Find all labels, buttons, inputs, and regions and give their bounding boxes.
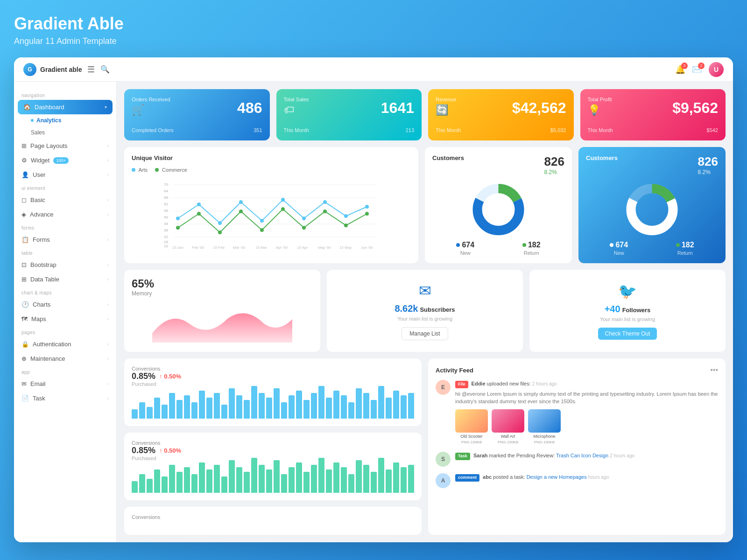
bottom-row: Conversions 0.85% ↑ 0.50% Purchased Conv… <box>124 358 726 535</box>
memory-wave-chart <box>132 301 313 343</box>
activity-link-2[interactable]: Trash Can Icon Design <box>556 453 608 458</box>
sidebar-item-advance[interactable]: ◈ Advance › <box>14 207 116 222</box>
bar-item <box>333 391 339 419</box>
svg-text:34: 34 <box>164 222 168 226</box>
svg-text:52: 52 <box>164 202 168 206</box>
app-section-label: app <box>14 366 116 377</box>
conversions-extra-card: Conversions <box>124 507 422 535</box>
hero-header: Gradient Able Angular 11 Admin Template <box>14 14 733 46</box>
svg-text:10: 10 <box>164 244 168 248</box>
img-size-1: PNG-100KB <box>455 440 488 445</box>
revenue-footer: This Month $5,032 <box>436 127 566 133</box>
sidebar-item-maintenance[interactable]: ⊕ Maintenance › <box>14 351 116 366</box>
conversions-teal-card: Conversions 0.85% ↑ 0.50% Purchased <box>124 433 422 500</box>
sidebar-item-basic[interactable]: ◻ Basic › <box>14 193 116 207</box>
bar-item <box>176 400 183 419</box>
logo-text: Gradient able <box>40 66 82 73</box>
activity-user-3: abc <box>483 474 492 480</box>
sidebar-item-charts[interactable]: 🕐 Charts › <box>14 297 116 312</box>
sidebar-item-widget[interactable]: ⚙ Widget 100+ › <box>14 153 116 168</box>
twitter-count: +40 <box>605 304 620 315</box>
revenue-card: Revenue 🔄 $42,562 This Month $5,032 <box>428 89 574 140</box>
bar-item <box>154 398 160 419</box>
sidebar-item-maps[interactable]: 🗺 Maps › <box>14 312 116 326</box>
user-icon: 👤 <box>21 171 29 178</box>
bar-item <box>371 400 377 419</box>
orders-icon: 🛒 <box>132 104 262 116</box>
topbar-actions: 🔔 3 ✉️ 2 U <box>675 62 724 77</box>
bar-item <box>191 402 197 419</box>
activity-action-3: posted a task: <box>493 474 527 480</box>
svg-text:64: 64 <box>164 189 168 193</box>
line-chart: 70 64 58 52 46 40 34 28 22 16 10 <box>132 176 411 251</box>
bar-item <box>363 393 369 419</box>
sidebar-item-forms[interactable]: 📋 Forms › <box>14 232 116 247</box>
sidebar-sub-sales[interactable]: Sales <box>14 126 116 139</box>
bar-item <box>251 386 257 419</box>
sidebar-item-user[interactable]: 👤 User › <box>14 168 116 182</box>
customers-blue-count: 826 <box>698 154 718 169</box>
bar-item <box>348 402 354 419</box>
sidebar-item-task[interactable]: 📄 Task › <box>14 391 116 406</box>
svg-point-25 <box>365 205 369 209</box>
customers-blue-donut <box>586 179 718 235</box>
profit-icon: 💡 <box>588 104 719 116</box>
activity-link-3[interactable]: Design a new Homepages <box>527 474 587 480</box>
conv-blue-title: Conversions <box>132 366 414 371</box>
bar-item <box>169 393 175 419</box>
menu-icon[interactable]: ☰ <box>87 64 95 75</box>
blue-new-label: New <box>614 250 624 256</box>
activity-more-button[interactable]: ••• <box>710 366 718 374</box>
check-theme-button[interactable]: Check Theme Out <box>598 328 656 340</box>
commerce-label: Commerce <box>162 167 187 173</box>
hero-title: Gradient Able <box>14 14 733 34</box>
profit-card: Total Profit 💡 $9,562 This Month $542 <box>580 89 726 140</box>
blue-return-label: Return <box>677 250 693 256</box>
activity-tag-file: File <box>455 381 468 388</box>
profit-footer: This Month $542 <box>588 127 719 133</box>
sales-label: Sales <box>31 129 45 136</box>
return-label: Return <box>524 250 539 256</box>
bar-item <box>363 465 369 493</box>
email-arrow: › <box>107 381 109 386</box>
bar-item <box>206 398 212 419</box>
svg-text:Jun '00: Jun '00 <box>361 245 373 250</box>
activity-feed-header: Activity Feed ••• <box>436 366 718 374</box>
mail-button[interactable]: ✉️ 2 <box>692 64 702 75</box>
twitter-label: Followers <box>622 307 651 314</box>
conv-blue-bar-chart <box>132 391 414 419</box>
sidebar-item-authentication[interactable]: 🔒 Authentication › <box>14 337 116 351</box>
sidebar-item-page-layouts[interactable]: ⊞ Page Layouts › <box>14 139 116 153</box>
maintenance-arrow: › <box>107 356 109 361</box>
bar-item <box>139 402 145 419</box>
img-microphone <box>528 409 561 433</box>
bar-item <box>259 465 265 493</box>
sales-icon: 🏷 <box>284 104 415 116</box>
search-icon[interactable]: 🔍 <box>100 65 110 74</box>
widget-badge: 100+ <box>53 157 68 164</box>
new-dot <box>456 243 460 247</box>
maps-label: Maps <box>31 315 46 322</box>
bar-item <box>326 398 332 419</box>
sidebar-item-data-table[interactable]: ⊞ Data Table › <box>14 272 116 287</box>
svg-point-18 <box>218 221 222 225</box>
svg-text:Apr '00: Apr '00 <box>276 245 288 250</box>
blue-return-count: 182 <box>682 241 694 249</box>
notification-button[interactable]: 🔔 3 <box>675 64 685 75</box>
orders-card: Orders Received 🛒 486 Completed Orders 3… <box>124 89 270 140</box>
activity-feed-card: Activity Feed ••• E File Eddie uploaded … <box>428 358 726 535</box>
svg-text:Mar '00: Mar '00 <box>233 245 246 250</box>
svg-point-21 <box>281 198 285 202</box>
widget-icon: ⚙ <box>21 157 27 164</box>
sidebar-item-email[interactable]: ✉ Email › <box>14 377 116 391</box>
sidebar-sub-analytics[interactable]: Analytics <box>14 114 116 126</box>
bar-item <box>296 391 302 419</box>
conv-teal-bar-chart <box>132 465 414 493</box>
sidebar-item-dashboard[interactable]: 🏠 Dashboard ▾ <box>18 100 113 114</box>
svg-point-32 <box>302 226 306 230</box>
sidebar-item-bootstrap[interactable]: ⊡ Bootstrap › <box>14 258 116 272</box>
manage-list-button[interactable]: Manage List <box>402 327 448 340</box>
bar-item <box>259 393 265 419</box>
task-icon: 📄 <box>21 395 29 402</box>
user-avatar[interactable]: U <box>709 62 724 77</box>
